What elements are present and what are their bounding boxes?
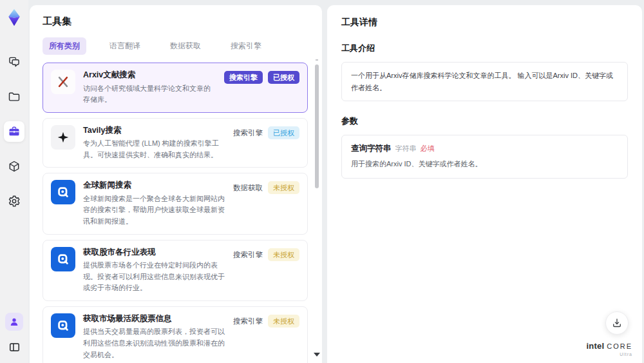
tool-description: 专为人工智能代理 (LLM) 构建的搜索引擎工具。可快速提供实时、准确和真实的结… bbox=[83, 138, 225, 161]
tool-card[interactable]: Tavily搜索 专为人工智能代理 (LLM) 构建的搜索引擎工具。可快速提供实… bbox=[43, 118, 308, 168]
tool-card-body: 获取股市各行业表现 提供股票市场各个行业在特定时间段内的表现。投资者可以利用这些… bbox=[83, 247, 225, 294]
icon-rail bbox=[0, 0, 28, 363]
arxiv-logo-icon bbox=[51, 70, 75, 94]
tool-card[interactable]: 获取市场最活跃股票信息 提供当天交易量最高的股票列表，投资者可以利用这些信息来识… bbox=[43, 306, 308, 363]
tool-description: 全球新闻搜索是一个聚合全球各大新闻网站内容的搜索引擎，帮助用户快速获取全球最新资… bbox=[83, 193, 225, 228]
category-tab[interactable]: 搜索引擎 bbox=[224, 37, 268, 55]
tool-name: 获取市场最活跃股票信息 bbox=[83, 313, 225, 325]
category-tab[interactable]: 所有类别 bbox=[43, 37, 86, 55]
nav-settings-gear-icon[interactable] bbox=[4, 191, 24, 211]
nav-chat-icon[interactable] bbox=[4, 52, 24, 72]
tool-auth-badge: 已授权 bbox=[268, 71, 299, 84]
category-tab-label: 数据获取 bbox=[170, 41, 201, 50]
tool-meta: 搜索引擎 未授权 bbox=[233, 247, 299, 294]
tool-name: Arxiv文献搜索 bbox=[83, 70, 216, 81]
category-tabs: 所有类别语言翻译数据获取搜索引擎 bbox=[43, 37, 322, 55]
tool-category-badge: 搜索引擎 bbox=[233, 248, 263, 261]
tool-card-body: Tavily搜索 专为人工智能代理 (LLM) 构建的搜索引擎工具。可快速提供实… bbox=[83, 125, 225, 161]
stock-search-logo-icon bbox=[51, 313, 75, 338]
tool-card[interactable]: Arxiv文献搜索 访问各个研究领域大量科学论文和文章的存储库。 搜索引擎 已授… bbox=[43, 63, 308, 113]
tool-detail-panel: 工具详情 工具介绍 一个用于从Arxiv存储库搜索科学论文和文章的工具。 输入可… bbox=[327, 5, 642, 363]
tool-meta: 搜索引擎 已授权 bbox=[224, 70, 299, 106]
parameter-name: 查询字符串 bbox=[351, 143, 392, 154]
scrollbar-down-arrow-icon[interactable] bbox=[314, 353, 320, 357]
params-heading: 参数 bbox=[341, 115, 628, 127]
parameter-type: 字符串 bbox=[395, 144, 417, 153]
category-tab-label: 语言翻译 bbox=[109, 41, 140, 50]
tool-category-badge: 搜索引擎 bbox=[224, 71, 263, 84]
tool-category-badge: 搜索引擎 bbox=[233, 126, 263, 139]
tool-card[interactable]: 全球新闻搜索 全球新闻搜索是一个聚合全球各大新闻网站内容的搜索引擎，帮助用户快速… bbox=[43, 173, 308, 234]
tool-auth-badge: 已授权 bbox=[268, 126, 299, 139]
nav-toolbox-icon[interactable] bbox=[4, 121, 24, 142]
download-button[interactable] bbox=[605, 311, 629, 335]
tool-auth-badge: 未授权 bbox=[268, 315, 299, 328]
tavily-logo-icon bbox=[51, 125, 75, 150]
nav-cube-icon[interactable] bbox=[4, 156, 24, 177]
tool-description: 访问各个研究领域大量科学论文和文章的存储库。 bbox=[83, 83, 216, 106]
tool-list: Arxiv文献搜索 访问各个研究领域大量科学论文和文章的存储库。 搜索引擎 已授… bbox=[43, 63, 308, 363]
category-tab-label: 搜索引擎 bbox=[231, 41, 261, 50]
tool-name: 全球新闻搜索 bbox=[83, 180, 225, 191]
scrollbar-top-dash bbox=[316, 59, 318, 61]
tool-card-body: 获取市场最活跃股票信息 提供当天交易量最高的股票列表，投资者可以利用这些信息来识… bbox=[83, 313, 225, 360]
category-tab[interactable]: 语言翻译 bbox=[103, 37, 147, 55]
intro-box: 一个用于从Arxiv存储库搜索科学论文和文章的工具。 输入可以是Arxiv ID… bbox=[341, 62, 628, 101]
tool-card-body: Arxiv文献搜索 访问各个研究领域大量科学论文和文章的存储库。 bbox=[83, 70, 216, 106]
tool-card[interactable]: 获取股市各行业表现 提供股票市场各个行业在特定时间段内的表现。投资者可以利用这些… bbox=[43, 240, 308, 301]
stock-search-logo-icon bbox=[51, 247, 75, 271]
tool-auth-badge: 未授权 bbox=[268, 248, 299, 261]
tool-description: 提供股票市场各个行业在特定时间段内的表现。投资者可以利用这些信息来识别表现优于或… bbox=[83, 260, 225, 294]
tool-meta: 搜索引擎 已授权 bbox=[233, 125, 299, 161]
tool-list-panel: 工具集 所有类别语言翻译数据获取搜索引擎 Arxiv文献搜索 访问各个研究领域大… bbox=[30, 5, 322, 363]
tool-meta: 搜索引擎 未授权 bbox=[233, 313, 299, 360]
page-title: 工具集 bbox=[43, 15, 322, 28]
news-search-logo-icon bbox=[51, 180, 75, 204]
category-tab-label: 所有类别 bbox=[49, 41, 80, 50]
tool-card-body: 全球新闻搜索 全球新闻搜索是一个聚合全球各大新闻网站内容的搜索引擎，帮助用户快速… bbox=[83, 180, 225, 227]
ultra-wordmark: Ultra bbox=[586, 352, 632, 357]
intel-wordmark: intel bbox=[586, 342, 604, 350]
tool-description: 提供当天交易量最高的股票列表，投资者可以利用这些信息来识别流动性强的股票和潜在的… bbox=[83, 326, 225, 360]
app-logo-icon bbox=[5, 8, 24, 27]
tool-name: Tavily搜索 bbox=[83, 125, 225, 137]
collapse-panel-icon[interactable] bbox=[6, 338, 23, 355]
core-wordmark: CORE bbox=[607, 343, 632, 350]
tool-meta: 数据获取 未授权 bbox=[233, 180, 299, 227]
intel-core-logo: intel CORE Ultra bbox=[586, 342, 632, 357]
params-box: 查询字符串 字符串 必填 用于搜索的Arxiv ID、关键字或作者姓名。 bbox=[341, 135, 628, 179]
intro-heading: 工具介绍 bbox=[341, 43, 628, 54]
parameter-item: 查询字符串 字符串 必填 用于搜索的Arxiv ID、关键字或作者姓名。 bbox=[351, 143, 618, 170]
rail-nav bbox=[4, 52, 24, 211]
scrollbar[interactable] bbox=[315, 59, 319, 359]
parameter-required-flag: 必填 bbox=[421, 144, 435, 153]
tool-category-badge: 搜索引擎 bbox=[233, 315, 263, 328]
parameter-description: 用于搜索的Arxiv ID、关键字或作者姓名。 bbox=[351, 159, 618, 170]
user-avatar[interactable] bbox=[5, 313, 23, 331]
detail-title: 工具详情 bbox=[341, 17, 628, 28]
download-icon bbox=[611, 317, 623, 329]
tool-category-badge: 数据获取 bbox=[233, 181, 263, 194]
rail-footer bbox=[5, 313, 23, 355]
tool-name: 获取股市各行业表现 bbox=[83, 247, 225, 259]
app-root: 工具集 所有类别语言翻译数据获取搜索引擎 Arxiv文献搜索 访问各个研究领域大… bbox=[0, 0, 644, 363]
nav-folder-icon[interactable] bbox=[4, 86, 24, 107]
category-tab[interactable]: 数据获取 bbox=[164, 37, 207, 55]
scrollbar-thumb[interactable] bbox=[315, 64, 319, 188]
tool-auth-badge: 未授权 bbox=[268, 181, 299, 194]
